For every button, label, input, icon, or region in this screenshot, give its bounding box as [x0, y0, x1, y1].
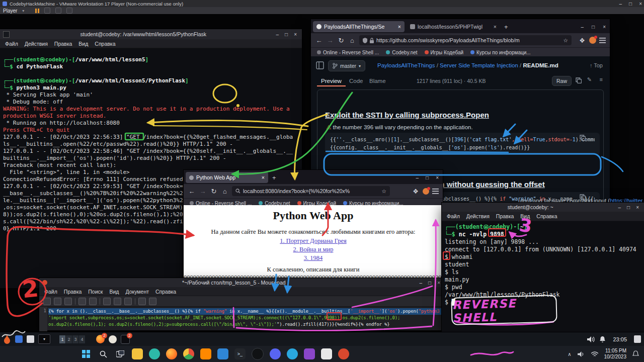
- vlc-icon[interactable]: [200, 348, 211, 359]
- menu-view[interactable]: Вид: [78, 41, 88, 47]
- bookmark-item[interactable]: Игры Кодебай: [425, 50, 463, 55]
- bookmark-star-icon[interactable]: ☆: [564, 37, 568, 43]
- url-bar[interactable]: https://github.com/swisskyrepo/PayloadsA…: [359, 35, 572, 45]
- breadcrumb-folder[interactable]: Server Side Template Injection: [440, 62, 518, 68]
- copy-icon[interactable]: [114, 298, 121, 305]
- minimize-button[interactable]: –: [276, 32, 279, 37]
- maximize-button[interactable]: □: [428, 280, 431, 286]
- maximize-button[interactable]: □: [285, 32, 288, 37]
- tab-payloadsallthethings[interactable]: PayloadsAllTheThings/Se ×: [313, 21, 405, 32]
- file-tree-icon[interactable]: [316, 61, 324, 69]
- undo-icon[interactable]: [78, 298, 86, 305]
- menu-icon[interactable]: [432, 189, 439, 194]
- extensions-icon[interactable]: ❖: [578, 37, 586, 44]
- back-icon[interactable]: ←: [315, 37, 323, 44]
- terminal-window-netcat[interactable]: student@codeby: ~ –□× Файл Действия Прав…: [442, 203, 644, 332]
- maximize-button[interactable]: □: [426, 175, 429, 180]
- close-button[interactable]: ×: [639, 1, 642, 7]
- back-icon[interactable]: ←: [188, 188, 196, 195]
- file-explorer-icon[interactable]: [132, 348, 143, 359]
- book-link-3[interactable]: 3. 1984: [304, 254, 323, 261]
- search-icon[interactable]: [138, 298, 146, 305]
- minimize-button[interactable]: –: [581, 24, 584, 30]
- cut-icon[interactable]: [103, 298, 111, 305]
- discord-icon[interactable]: [270, 348, 281, 359]
- open-file-icon[interactable]: [54, 298, 61, 305]
- workspace-1[interactable]: 1: [59, 335, 65, 343]
- menu-view[interactable]: Вид: [520, 213, 530, 219]
- app-icon[interactable]: [304, 348, 315, 359]
- close-button[interactable]: ×: [436, 175, 439, 180]
- app-menu-flame-icon[interactable]: [3, 335, 11, 344]
- clipboard-icon[interactable]: [634, 335, 641, 343]
- search-button[interactable]: [98, 348, 109, 359]
- branch-selector[interactable]: master ▾: [328, 60, 365, 71]
- bookmark-item[interactable]: Курсы по информаци...: [470, 50, 531, 55]
- app-icon[interactable]: [338, 348, 349, 359]
- maximize-button[interactable]: □: [629, 1, 632, 7]
- speaker-icon[interactable]: [578, 351, 585, 357]
- notification-bell-icon[interactable]: [632, 350, 639, 357]
- chrome-icon[interactable]: [183, 348, 194, 359]
- edit-pencil-icon[interactable]: ✎: [587, 76, 592, 83]
- account-icon[interactable]: [423, 188, 429, 195]
- workspace-2[interactable]: 2: [66, 335, 72, 343]
- fullscreen-button[interactable]: [66, 8, 72, 14]
- bookmark-item[interactable]: Codeby.net: [386, 50, 417, 55]
- breadcrumb-repo[interactable]: PayloadsAllTheThings: [377, 62, 435, 68]
- firefox-icon[interactable]: [166, 348, 177, 359]
- minimize-button[interactable]: –: [416, 175, 419, 180]
- close-button[interactable]: ×: [636, 205, 639, 210]
- book-link-1[interactable]: 1. Портрет Дориана Грея: [280, 237, 346, 244]
- workspace-4[interactable]: 4: [79, 335, 85, 343]
- replace-icon[interactable]: [149, 298, 156, 305]
- volume-icon[interactable]: [587, 336, 595, 343]
- tab-python-web-app[interactable]: Python Web App ×: [186, 172, 268, 183]
- menu-help[interactable]: Справка: [95, 41, 115, 47]
- files-taskbar-button[interactable]: [109, 335, 117, 343]
- bookmark-star-icon[interactable]: ☆: [382, 188, 386, 194]
- vm-clock[interactable]: 23:05: [613, 336, 627, 342]
- tray-expand-chevron[interactable]: ∧: [568, 351, 571, 357]
- menu-view[interactable]: Вид: [109, 289, 119, 295]
- tab-close-icon[interactable]: ×: [494, 24, 497, 30]
- tab-localhost-phptwig[interactable]: localhost/lesson5/PHPTwigl ×: [407, 21, 500, 32]
- more-options-icon[interactable]: ≡: [600, 76, 603, 82]
- reload-icon[interactable]: ↻: [210, 188, 218, 195]
- redo-icon[interactable]: [89, 298, 97, 305]
- editor-content[interactable]: {% for x in ().__class__.__base__.__subc…: [47, 307, 445, 331]
- start-button[interactable]: [80, 348, 92, 359]
- menu-actions[interactable]: Действия: [25, 41, 48, 47]
- network-icon[interactable]: [591, 351, 598, 357]
- minimize-button[interactable]: –: [420, 280, 423, 286]
- workspace-3[interactable]: 3: [72, 335, 78, 343]
- forward-icon[interactable]: →: [326, 37, 334, 44]
- clock-tray[interactable]: 11:05 PM 10/2/2023: [604, 348, 627, 360]
- vscode-icon[interactable]: [217, 348, 228, 359]
- paste-icon[interactable]: [124, 298, 132, 305]
- notepad-icon[interactable]: [321, 348, 332, 359]
- minimize-button[interactable]: –: [619, 1, 622, 7]
- telegram-icon[interactable]: [287, 348, 298, 359]
- home-icon[interactable]: ⌂: [348, 37, 356, 44]
- snapshot-button[interactable]: [55, 8, 61, 14]
- bookmark-item[interactable]: Online - Reverse Shell ...: [317, 50, 379, 55]
- forward-icon[interactable]: →: [199, 188, 207, 195]
- app-launcher-icon[interactable]: [15, 335, 23, 343]
- tab-preview[interactable]: Preview: [317, 76, 346, 86]
- ctrl-alt-del-button[interactable]: [44, 8, 50, 14]
- reload-icon[interactable]: ↻: [337, 37, 345, 44]
- new-file-icon[interactable]: [43, 298, 51, 305]
- tab-close-icon[interactable]: ×: [398, 24, 401, 30]
- save-icon[interactable]: [64, 298, 72, 305]
- account-icon[interactable]: [589, 37, 596, 44]
- player-menu[interactable]: Player: [3, 8, 17, 14]
- menu-edit[interactable]: Правка: [496, 213, 514, 219]
- menu-actions[interactable]: Действия: [466, 213, 490, 219]
- menu-document[interactable]: Документ: [125, 289, 149, 295]
- new-tab-button[interactable]: +: [504, 23, 508, 31]
- close-button[interactable]: ×: [294, 32, 297, 37]
- firefox-taskbar-button[interactable]: 2: [96, 335, 105, 343]
- copy-icon[interactable]: [580, 135, 586, 141]
- menu-search[interactable]: Поиск: [88, 289, 103, 295]
